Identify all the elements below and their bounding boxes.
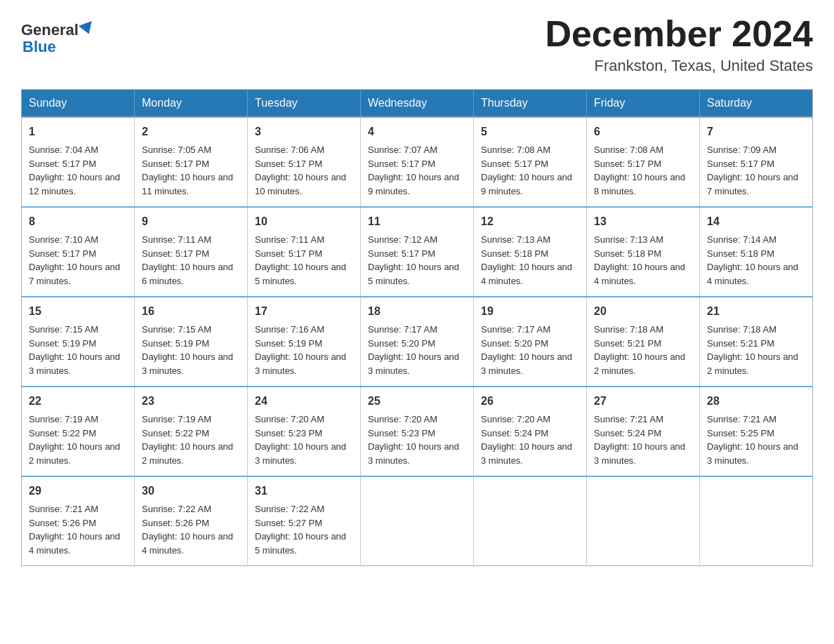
table-row: 25Sunrise: 7:20 AM Sunset: 5:23 PM Dayli…: [361, 387, 474, 476]
day-number: 24: [255, 393, 353, 410]
header-monday: Monday: [135, 90, 248, 118]
header-row: Sunday Monday Tuesday Wednesday Thursday…: [22, 90, 813, 118]
day-info: Sunrise: 7:08 AM Sunset: 5:17 PM Dayligh…: [481, 145, 572, 196]
day-number: 23: [142, 393, 240, 410]
day-number: 8: [29, 213, 127, 230]
table-row: 1Sunrise: 7:04 AM Sunset: 5:17 PM Daylig…: [22, 117, 135, 207]
day-info: Sunrise: 7:08 AM Sunset: 5:17 PM Dayligh…: [594, 145, 685, 196]
day-number: 1: [29, 123, 127, 140]
day-info: Sunrise: 7:19 AM Sunset: 5:22 PM Dayligh…: [142, 414, 233, 466]
day-info: Sunrise: 7:21 AM Sunset: 5:26 PM Dayligh…: [29, 504, 120, 556]
table-row: 12Sunrise: 7:13 AM Sunset: 5:18 PM Dayli…: [474, 207, 587, 297]
table-row: 17Sunrise: 7:16 AM Sunset: 5:19 PM Dayli…: [248, 297, 361, 387]
table-row: 16Sunrise: 7:15 AM Sunset: 5:19 PM Dayli…: [135, 297, 248, 387]
calendar-week-row: 15Sunrise: 7:15 AM Sunset: 5:19 PM Dayli…: [22, 297, 813, 387]
table-row: 20Sunrise: 7:18 AM Sunset: 5:21 PM Dayli…: [587, 297, 700, 387]
table-row: 23Sunrise: 7:19 AM Sunset: 5:22 PM Dayli…: [135, 387, 248, 476]
day-info: Sunrise: 7:04 AM Sunset: 5:17 PM Dayligh…: [29, 145, 120, 196]
day-number: 6: [594, 123, 692, 140]
day-info: Sunrise: 7:15 AM Sunset: 5:19 PM Dayligh…: [142, 324, 233, 376]
table-row: 11Sunrise: 7:12 AM Sunset: 5:17 PM Dayli…: [361, 207, 474, 297]
table-row: 19Sunrise: 7:17 AM Sunset: 5:20 PM Dayli…: [474, 297, 587, 387]
table-row: 10Sunrise: 7:11 AM Sunset: 5:17 PM Dayli…: [248, 207, 361, 297]
table-row: 26Sunrise: 7:20 AM Sunset: 5:24 PM Dayli…: [474, 387, 587, 476]
table-row: [587, 476, 700, 566]
table-row: 28Sunrise: 7:21 AM Sunset: 5:25 PM Dayli…: [700, 387, 813, 476]
page-title: December 2024: [545, 14, 813, 54]
day-info: Sunrise: 7:13 AM Sunset: 5:18 PM Dayligh…: [481, 234, 572, 286]
day-info: Sunrise: 7:11 AM Sunset: 5:17 PM Dayligh…: [142, 234, 233, 286]
table-row: 29Sunrise: 7:21 AM Sunset: 5:26 PM Dayli…: [22, 476, 135, 566]
page-header: General Blue December 2024 Frankston, Te…: [21, 14, 813, 75]
day-info: Sunrise: 7:22 AM Sunset: 5:26 PM Dayligh…: [142, 504, 233, 556]
logo-general-text: General: [21, 21, 79, 39]
day-info: Sunrise: 7:05 AM Sunset: 5:17 PM Dayligh…: [142, 145, 233, 196]
day-number: 28: [707, 393, 805, 410]
day-info: Sunrise: 7:13 AM Sunset: 5:18 PM Dayligh…: [594, 234, 685, 286]
logo: General Blue: [21, 14, 94, 56]
day-info: Sunrise: 7:14 AM Sunset: 5:18 PM Dayligh…: [707, 234, 798, 286]
header-saturday: Saturday: [700, 90, 813, 118]
day-number: 31: [255, 483, 353, 499]
calendar-header: Sunday Monday Tuesday Wednesday Thursday…: [22, 90, 813, 118]
day-info: Sunrise: 7:17 AM Sunset: 5:20 PM Dayligh…: [481, 324, 572, 376]
day-number: 3: [255, 123, 353, 140]
table-row: 18Sunrise: 7:17 AM Sunset: 5:20 PM Dayli…: [361, 297, 474, 387]
table-row: 4Sunrise: 7:07 AM Sunset: 5:17 PM Daylig…: [361, 117, 474, 207]
day-number: 20: [594, 303, 692, 320]
day-number: 11: [368, 213, 466, 230]
day-number: 5: [481, 123, 579, 140]
day-info: Sunrise: 7:12 AM Sunset: 5:17 PM Dayligh…: [368, 234, 459, 286]
day-info: Sunrise: 7:19 AM Sunset: 5:22 PM Dayligh…: [29, 414, 120, 466]
day-number: 7: [707, 123, 805, 140]
table-row: 30Sunrise: 7:22 AM Sunset: 5:26 PM Dayli…: [135, 476, 248, 566]
day-info: Sunrise: 7:06 AM Sunset: 5:17 PM Dayligh…: [255, 145, 346, 196]
logo-blue-text: Blue: [22, 38, 56, 55]
header-thursday: Thursday: [474, 90, 587, 118]
day-number: 13: [594, 213, 692, 230]
table-row: 27Sunrise: 7:21 AM Sunset: 5:24 PM Dayli…: [587, 387, 700, 476]
day-number: 17: [255, 303, 353, 320]
day-number: 14: [707, 213, 805, 230]
table-row: [700, 476, 813, 566]
calendar-week-row: 1Sunrise: 7:04 AM Sunset: 5:17 PM Daylig…: [22, 117, 813, 207]
table-row: 3Sunrise: 7:06 AM Sunset: 5:17 PM Daylig…: [248, 117, 361, 207]
table-row: 2Sunrise: 7:05 AM Sunset: 5:17 PM Daylig…: [135, 117, 248, 207]
day-number: 2: [142, 123, 240, 140]
table-row: 24Sunrise: 7:20 AM Sunset: 5:23 PM Dayli…: [248, 387, 361, 476]
day-info: Sunrise: 7:10 AM Sunset: 5:17 PM Dayligh…: [29, 234, 120, 286]
header-sunday: Sunday: [22, 90, 135, 118]
day-number: 27: [594, 393, 692, 410]
day-number: 22: [29, 393, 127, 410]
table-row: 13Sunrise: 7:13 AM Sunset: 5:18 PM Dayli…: [587, 207, 700, 297]
table-row: 15Sunrise: 7:15 AM Sunset: 5:19 PM Dayli…: [22, 297, 135, 387]
day-number: 19: [481, 303, 579, 320]
table-row: 5Sunrise: 7:08 AM Sunset: 5:17 PM Daylig…: [474, 117, 587, 207]
day-info: Sunrise: 7:18 AM Sunset: 5:21 PM Dayligh…: [594, 324, 685, 376]
day-info: Sunrise: 7:09 AM Sunset: 5:17 PM Dayligh…: [707, 145, 798, 196]
calendar-week-row: 8Sunrise: 7:10 AM Sunset: 5:17 PM Daylig…: [22, 207, 813, 297]
table-row: 7Sunrise: 7:09 AM Sunset: 5:17 PM Daylig…: [700, 117, 813, 207]
table-row: 9Sunrise: 7:11 AM Sunset: 5:17 PM Daylig…: [135, 207, 248, 297]
header-wednesday: Wednesday: [361, 90, 474, 118]
table-row: [361, 476, 474, 566]
day-number: 18: [368, 303, 466, 320]
logo-triangle-icon: [79, 21, 95, 36]
day-info: Sunrise: 7:18 AM Sunset: 5:21 PM Dayligh…: [707, 324, 798, 376]
day-info: Sunrise: 7:20 AM Sunset: 5:24 PM Dayligh…: [481, 414, 572, 466]
header-tuesday: Tuesday: [248, 90, 361, 118]
day-number: 9: [142, 213, 240, 230]
table-row: [474, 476, 587, 566]
day-info: Sunrise: 7:20 AM Sunset: 5:23 PM Dayligh…: [368, 414, 459, 466]
day-number: 30: [142, 483, 240, 499]
day-number: 25: [368, 393, 466, 410]
table-row: 6Sunrise: 7:08 AM Sunset: 5:17 PM Daylig…: [587, 117, 700, 207]
day-info: Sunrise: 7:15 AM Sunset: 5:19 PM Dayligh…: [29, 324, 120, 376]
calendar-table: Sunday Monday Tuesday Wednesday Thursday…: [21, 89, 813, 566]
table-row: 22Sunrise: 7:19 AM Sunset: 5:22 PM Dayli…: [22, 387, 135, 476]
day-number: 29: [29, 483, 127, 499]
day-info: Sunrise: 7:16 AM Sunset: 5:19 PM Dayligh…: [255, 324, 346, 376]
title-area: December 2024 Frankston, Texas, United S…: [545, 14, 813, 75]
calendar-week-row: 29Sunrise: 7:21 AM Sunset: 5:26 PM Dayli…: [22, 476, 813, 566]
day-number: 10: [255, 213, 353, 230]
